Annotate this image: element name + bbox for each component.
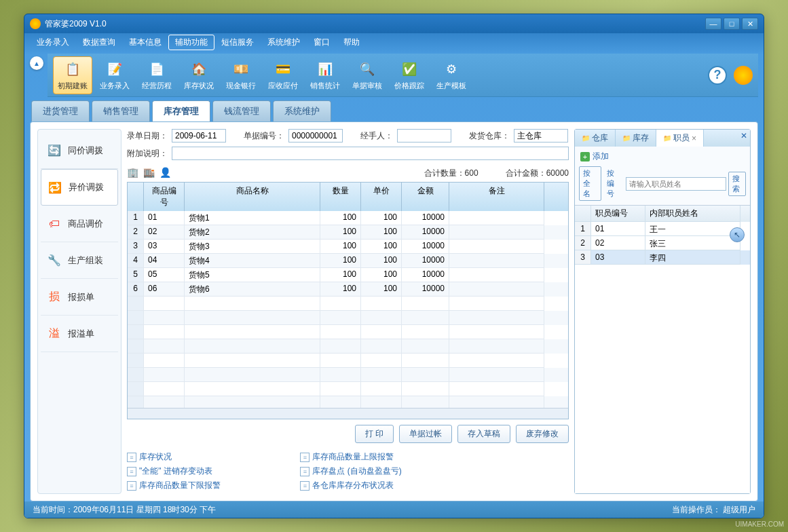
right-tab-0[interactable]: 📁仓库 <box>575 130 616 147</box>
toolbar-item-5[interactable]: 💳应收应付 <box>263 56 303 94</box>
grid-cell[interactable]: 03 <box>144 240 185 254</box>
grid-col-2[interactable]: 商品名称 <box>185 183 320 211</box>
table-row[interactable]: 303货物310010010000 <box>128 240 568 254</box>
right-grid-col[interactable] <box>575 206 591 222</box>
right-table-row[interactable]: 101王一 <box>575 222 750 236</box>
table-row[interactable]: 101货物110010010000 <box>128 211 568 225</box>
main-tab-2[interactable]: 库存管理 <box>152 100 210 121</box>
toolbar-item-0[interactable]: 📋初期建账 <box>53 56 92 94</box>
grid-cell[interactable]: 100 <box>320 211 361 225</box>
grid-col-5[interactable]: 金额 <box>402 183 449 211</box>
grid-cell[interactable]: 5 <box>128 268 144 282</box>
toolbar-item-9[interactable]: ⚙生产模板 <box>432 56 471 94</box>
quick-link-3[interactable]: ≡库存盘点 (自动盘盈盘亏) <box>300 466 432 477</box>
grid-cell[interactable] <box>128 396 144 408</box>
grid-cell[interactable] <box>402 297 449 311</box>
main-tab-3[interactable]: 钱流管理 <box>212 100 271 121</box>
grid-cell[interactable] <box>402 325 449 339</box>
grid-cell[interactable]: 1 <box>128 211 144 225</box>
grid-cell[interactable] <box>144 396 185 408</box>
grid-cell[interactable] <box>320 354 361 368</box>
filter-by-name-button[interactable]: 按全名 <box>579 166 601 201</box>
grid-cell[interactable]: 货物5 <box>185 268 320 282</box>
docno-input[interactable] <box>288 129 343 142</box>
action-button-3[interactable]: 废弃修改 <box>516 425 569 443</box>
toolbar-item-1[interactable]: 📝业务录入 <box>95 56 134 94</box>
panel-close-icon[interactable]: ✕ <box>740 131 747 140</box>
person-icon[interactable]: 👤 <box>160 167 172 179</box>
grid-cell[interactable] <box>128 297 144 311</box>
grid-cell[interactable] <box>361 382 402 396</box>
search-input[interactable] <box>626 177 726 191</box>
grid-cell[interactable] <box>449 339 544 354</box>
grid-cell[interactable] <box>361 368 402 382</box>
date-input[interactable] <box>172 129 226 142</box>
grid-cell[interactable] <box>449 225 544 240</box>
toolbar-item-2[interactable]: 📄经营历程 <box>137 56 176 94</box>
main-tab-0[interactable]: 进货管理 <box>31 100 90 121</box>
grid-cell[interactable]: 100 <box>320 254 361 268</box>
right-grid-col[interactable]: 职员编号 <box>591 206 645 222</box>
grid-cell[interactable]: 100 <box>320 268 361 282</box>
grid-cell[interactable] <box>449 211 544 225</box>
grid-col-3[interactable]: 数量 <box>320 183 361 211</box>
table-row[interactable]: 505货物510010010000 <box>128 268 568 282</box>
grid-cell[interactable] <box>185 311 320 325</box>
menu-item-6[interactable]: 窗口 <box>307 35 337 50</box>
table-row[interactable] <box>128 354 568 368</box>
grid-cell[interactable]: 100 <box>320 282 361 297</box>
table-row[interactable] <box>128 339 568 354</box>
grid-cell[interactable]: 100 <box>320 225 361 240</box>
grid-cell[interactable]: 06 <box>144 282 185 297</box>
grid-cell[interactable] <box>128 325 144 339</box>
warehouse-input[interactable] <box>514 129 568 142</box>
right-grid-cell[interactable]: 张三 <box>645 236 740 250</box>
grid-cell[interactable] <box>361 297 402 311</box>
right-tab-1[interactable]: 📁库存 <box>616 130 656 147</box>
table-row[interactable] <box>128 382 568 396</box>
grid-cell[interactable] <box>449 311 544 325</box>
table-row[interactable] <box>128 311 568 325</box>
grid-col-4[interactable]: 单价 <box>361 183 402 211</box>
grid-cell[interactable] <box>320 339 361 354</box>
grid-cell[interactable]: 100 <box>320 240 361 254</box>
grid-cell[interactable]: 04 <box>144 254 185 268</box>
grid-cell[interactable]: 3 <box>128 240 144 254</box>
grid-cell[interactable] <box>449 254 544 268</box>
table-row[interactable]: 202货物210010010000 <box>128 225 568 240</box>
gold-icon[interactable] <box>734 66 753 85</box>
grid-body[interactable]: 101货物110010010000202货物210010010000303货物3… <box>128 211 568 408</box>
menu-item-3[interactable]: 辅助功能 <box>168 35 214 50</box>
quick-link-2[interactable]: ≡"全能" 进销存变动表 <box>127 466 259 477</box>
main-tab-1[interactable]: 销售管理 <box>92 100 150 121</box>
grid-cell[interactable] <box>449 325 544 339</box>
grid-cell[interactable] <box>402 382 449 396</box>
grid-cell[interactable] <box>402 311 449 325</box>
right-table-row[interactable]: 202张三 <box>575 236 750 250</box>
menu-item-2[interactable]: 基本信息 <box>122 35 168 50</box>
grid-cell[interactable]: 货物1 <box>185 211 320 225</box>
grid-cell[interactable] <box>144 325 185 339</box>
grid-cell[interactable] <box>128 354 144 368</box>
grid-cell[interactable] <box>185 297 320 311</box>
grid-cell[interactable] <box>128 382 144 396</box>
grid-cell[interactable]: 100 <box>361 211 402 225</box>
menu-item-1[interactable]: 数据查询 <box>76 35 122 50</box>
grid-cell[interactable] <box>185 325 320 339</box>
maximize-button[interactable]: □ <box>724 18 740 30</box>
right-grid-body[interactable]: 101王一202张三303李四 <box>575 222 750 265</box>
table-row[interactable]: 606货物610010010000 <box>128 282 568 297</box>
grid-cell[interactable] <box>128 339 144 354</box>
grid-cell[interactable] <box>449 354 544 368</box>
right-grid[interactable]: 职员编号内部职员姓名 101王一202张三303李四 <box>575 205 750 493</box>
grid-cell[interactable] <box>185 368 320 382</box>
toolbar-item-3[interactable]: 🏠库存状况 <box>179 56 219 94</box>
grid-cell[interactable]: 100 <box>361 254 402 268</box>
grid-cell[interactable] <box>185 382 320 396</box>
grid-cell[interactable] <box>144 368 185 382</box>
grid-cell[interactable]: 4 <box>128 254 144 268</box>
grid-cell[interactable] <box>449 268 544 282</box>
right-tab-2[interactable]: 📁职员 × <box>656 130 704 147</box>
grid-cell[interactable]: 100 <box>361 225 402 240</box>
grid-cell[interactable]: 100 <box>361 268 402 282</box>
